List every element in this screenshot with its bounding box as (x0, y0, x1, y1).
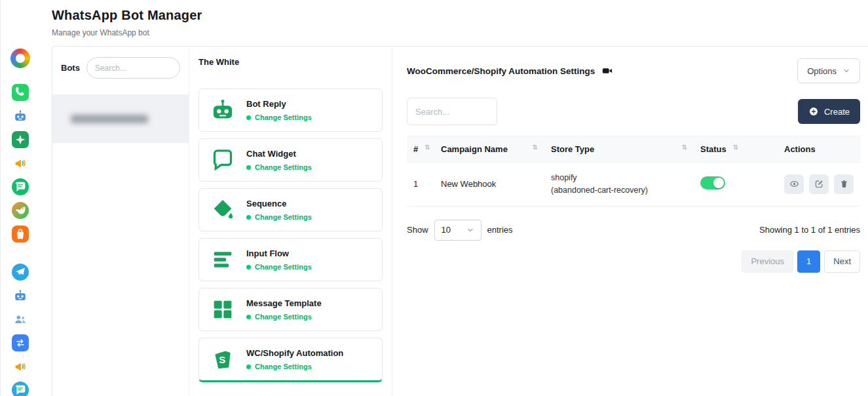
main-content: WhatsApp Bot Manager Manage your WhatsAp… (40, 0, 868, 396)
change-settings-link[interactable]: Change Settings (255, 163, 312, 171)
col-header-num[interactable]: # (413, 144, 418, 154)
edit-pencil-icon (814, 179, 824, 189)
change-settings-link[interactable]: Change Settings (255, 213, 312, 221)
feature-label: Chat Widget (246, 149, 312, 159)
table-row: 1 New Webhook shopify (abandoned-cart-re… (407, 163, 860, 207)
feature-card-bot-reply[interactable]: Bot Reply Change Settings (198, 89, 383, 132)
robot-bot-icon[interactable] (12, 108, 29, 125)
change-settings-link[interactable]: Change Settings (255, 363, 312, 370)
selected-bot-name: The White (198, 57, 383, 67)
app-logo-icon[interactable] (10, 49, 30, 68)
chat-widget-bubble-icon (208, 146, 237, 174)
store-type-line1: shopify (551, 172, 687, 184)
bots-search-input[interactable] (86, 57, 180, 79)
feature-card-message-template[interactable]: Message Template Change Settings (198, 288, 383, 331)
row-number: 1 (407, 170, 434, 198)
table-search-input[interactable] (407, 98, 497, 125)
status-toggle[interactable] (700, 176, 725, 189)
status-dot (246, 115, 251, 120)
entries-summary: Showing 1 to 1 of 1 entries (759, 225, 860, 235)
contacts-group-icon[interactable] (12, 311, 29, 328)
create-button-label: Create (824, 107, 850, 117)
message-template-grid-icon (208, 296, 237, 323)
bot-manager-card: Bots The White Bot Reply Chan (52, 46, 868, 396)
bot-reply-robot-icon (208, 96, 237, 124)
eye-icon (789, 179, 799, 189)
sequence-bucket-icon (208, 196, 237, 224)
change-settings-link[interactable]: Change Settings (255, 113, 312, 121)
store-type-cell: shopify (abandoned-cart-recovery) (544, 163, 694, 206)
trash-icon (839, 179, 849, 189)
shopify-bag-icon (208, 346, 237, 373)
bot-list-item-selected[interactable] (52, 94, 189, 143)
feature-label: Sequence (246, 199, 312, 208)
col-header-campaign[interactable]: Campaign Name (441, 144, 508, 154)
col-header-status[interactable]: Status (700, 144, 726, 154)
megaphone-icon[interactable] (12, 155, 29, 172)
next-page-button[interactable]: Next (824, 250, 860, 273)
status-dot (246, 165, 251, 170)
entries-label: entries (487, 225, 513, 235)
input-flow-bars-icon (208, 246, 237, 273)
edit-button[interactable] (809, 174, 829, 194)
bots-panel: Bots (52, 47, 189, 396)
automation-table: #⇅ Campaign Name⇅ Store Type⇅ Status⇅ Ac… (407, 136, 860, 207)
status-dot (246, 215, 251, 220)
app-root: WhatsApp Bot Manager Manage your WhatsAp… (0, 0, 868, 396)
chat-transfer-icon[interactable] (12, 334, 29, 351)
show-label: Show (407, 225, 428, 235)
bird-icon[interactable] (12, 202, 29, 219)
feature-card-wc-shopify-automation[interactable]: WC/Shopify Automation Change Settings (198, 338, 383, 382)
bots-panel-title: Bots (61, 63, 80, 73)
table-header-row: #⇅ Campaign Name⇅ Store Type⇅ Status⇅ Ac… (407, 136, 860, 163)
col-header-store-type[interactable]: Store Type (551, 144, 594, 154)
app-icon-sidebar (1, 0, 40, 396)
video-camera-icon[interactable] (601, 65, 613, 77)
sort-icon[interactable]: ⇅ (530, 144, 538, 151)
campaign-name-cell: New Webhook (434, 170, 544, 198)
megaphone-icon-2[interactable] (12, 358, 29, 375)
automation-title: WooCommerce/Shopify Automation Settings (407, 66, 595, 76)
automation-spark-icon[interactable] (12, 131, 29, 148)
feature-list: Bot Reply Change Settings Chat Widget Ch… (198, 89, 383, 382)
page-title: WhatsApp Bot Manager (52, 8, 868, 23)
options-button-label: Options (807, 66, 837, 76)
automation-settings-panel: WooCommerce/Shopify Automation Settings … (392, 47, 868, 396)
page-1-button[interactable]: 1 (797, 250, 820, 273)
chat-icon-partial[interactable] (12, 382, 29, 396)
robot-bot-icon-2[interactable] (12, 287, 29, 304)
whatsapp-icon[interactable] (12, 84, 29, 101)
pagination: Previous 1 Next (407, 250, 860, 273)
feature-label: Input Flow (246, 248, 312, 258)
telegram-icon[interactable] (12, 264, 29, 281)
sort-icon[interactable]: ⇅ (422, 144, 430, 151)
feature-label: Bot Reply (246, 99, 312, 109)
chevron-down-icon (842, 67, 850, 75)
status-dot (246, 315, 251, 319)
per-page-value: 10 (442, 225, 451, 235)
sort-icon[interactable]: ⇅ (679, 144, 687, 151)
previous-page-button[interactable]: Previous (742, 250, 793, 273)
delete-button[interactable] (834, 174, 854, 194)
change-settings-link[interactable]: Change Settings (255, 313, 312, 321)
store-type-line2: (abandoned-cart-recovery) (551, 184, 687, 197)
row-actions (778, 174, 860, 194)
per-page-select[interactable]: 10 (434, 220, 481, 241)
create-button[interactable]: Create (798, 99, 860, 124)
feature-card-chat-widget[interactable]: Chat Widget Change Settings (198, 138, 383, 182)
change-settings-link[interactable]: Change Settings (255, 263, 312, 271)
feature-card-input-flow[interactable]: Input Flow Change Settings (198, 238, 383, 281)
view-button[interactable] (784, 174, 804, 194)
page-subtitle: Manage your WhatsApp bot (52, 28, 868, 37)
feature-card-sequence[interactable]: Sequence Change Settings (198, 188, 383, 231)
options-button[interactable]: Options (797, 58, 860, 83)
chevron-down-icon (466, 226, 474, 234)
messenger-chat-icon[interactable] (12, 178, 29, 195)
feature-label: WC/Shopify Automation (246, 348, 343, 358)
feature-label: Message Template (246, 298, 322, 308)
sort-icon[interactable]: ⇅ (730, 144, 738, 151)
bot-features-panel: The White Bot Reply Change Settings (189, 47, 392, 396)
shopping-bag-icon[interactable] (12, 226, 29, 243)
plus-circle-icon (808, 106, 819, 117)
status-dot (246, 265, 251, 269)
